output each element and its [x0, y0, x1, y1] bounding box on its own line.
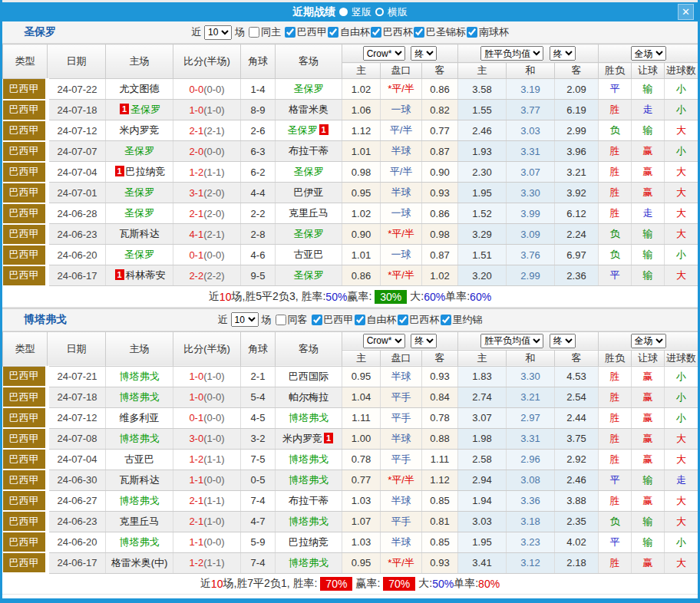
competition-filter[interactable]: 巴西杯 [397, 313, 440, 327]
avg-odds-select[interactable]: 胜平负均值 [480, 46, 543, 61]
summary-part: 大: [418, 577, 432, 591]
competition-filter[interactable]: 自由杯 [327, 25, 370, 39]
half-time-score: (0-0) [203, 536, 224, 548]
odds-final-select[interactable]: 终 [411, 334, 437, 348]
competition-checkbox[interactable] [285, 27, 296, 38]
goals-outcome: 大 [665, 511, 698, 532]
vertical-layout-label[interactable]: 竖版 [352, 5, 371, 19]
competition-checkbox[interactable] [467, 27, 477, 38]
match-type: 巴西甲 [3, 511, 48, 532]
competition-filter[interactable]: 巴西甲 [311, 313, 354, 327]
match-row: 巴西甲24-06-23瓦斯科达4-1(2-1)2-8圣保罗0.90*平/半0.9… [3, 224, 698, 245]
summary-part: 场,胜5平2负3, 胜率: [231, 290, 325, 304]
recent-count-select[interactable]: 10 [204, 25, 232, 40]
same-venue-filter[interactable]: 同客 [275, 313, 308, 327]
match-row: 巴西甲24-06-171科林蒂安2-2(2-2)9-5圣保罗0.86*平/半1.… [3, 265, 698, 286]
away-team: 格雷米奥 [276, 100, 342, 120]
avg-home-odds: 3.07 [458, 407, 507, 428]
summary-part: 单率: [454, 577, 478, 591]
away-team-name: 巴伊亚 [294, 186, 324, 198]
summary-part: 50% [432, 578, 454, 590]
away-team-name: 布拉干蒂 [289, 495, 329, 506]
competition-filter[interactable]: 巴西甲 [284, 25, 327, 39]
handicap-outcome: 输 [632, 224, 665, 245]
competition-checkbox[interactable] [441, 315, 451, 325]
odds-final-select[interactable]: 终 [411, 46, 437, 61]
match-type: 巴西甲 [3, 183, 48, 203]
summary-part: 场,胜7平2负1, 胜率: [223, 577, 317, 591]
full-time-score: 3-1 [189, 187, 203, 199]
col-date: 日期 [48, 331, 106, 366]
close-button[interactable]: ✕ [678, 4, 694, 20]
home-team: 圣保罗 [106, 141, 173, 162]
result-outcome: 平 [599, 265, 632, 286]
goals-outcome: 大 [665, 183, 698, 203]
half-time-score: (0-0) [203, 146, 224, 157]
red-card-badge: 1 [115, 269, 124, 280]
col-away: 客场 [276, 44, 342, 79]
competition-checkbox[interactable] [328, 27, 338, 38]
competition-filter[interactable]: 里约锦 [440, 313, 483, 327]
competition-filter[interactable]: 巴西杯 [370, 25, 413, 39]
half-time-score: (1-1) [203, 495, 224, 506]
away-team: 圣保罗 [276, 162, 342, 183]
home-team: 尤文图德 [106, 79, 173, 100]
summary-part: 10 [211, 578, 223, 590]
same-venue-checkbox[interactable] [249, 27, 259, 38]
summary-part: 60% [470, 291, 491, 303]
horizontal-layout-radio[interactable] [375, 8, 384, 16]
full-time-score: 1-0 [189, 371, 203, 382]
match-type: 巴西甲 [3, 79, 48, 100]
horizontal-layout-label[interactable]: 横版 [388, 5, 408, 19]
away-odds: 0.87 [422, 245, 458, 265]
odds-company-select[interactable]: Crow* [363, 334, 405, 348]
competition-checkbox[interactable] [355, 315, 365, 325]
avg-final-select[interactable]: 终 [550, 334, 576, 348]
match-scope-select[interactable]: 全场 [631, 334, 666, 348]
vertical-layout-radio[interactable] [339, 8, 348, 16]
corner-count: 2-8 [241, 224, 276, 245]
same-venue-checkbox[interactable] [276, 315, 286, 325]
handicap-outcome: 赢 [632, 183, 665, 203]
match-scope-select[interactable]: 全场 [631, 46, 666, 61]
match-type: 巴西甲 [3, 407, 48, 428]
recent-count-select[interactable]: 10 [231, 312, 259, 327]
same-venue-filter[interactable]: 同主 [248, 25, 281, 39]
competition-filter[interactable]: 自由杯 [354, 313, 397, 327]
home-odds: 0.95 [342, 552, 381, 573]
corner-count: 4-4 [241, 183, 276, 203]
home-odds: 1.00 [342, 428, 381, 449]
near-label: 近 [218, 313, 228, 327]
half-time-score: (2-0) [203, 187, 224, 199]
home-team: 圣保罗 [106, 245, 173, 265]
corner-count: 7-5 [241, 449, 276, 470]
home-odds: 1.02 [342, 79, 381, 100]
competition-filter[interactable]: 巴圣锦标 [413, 25, 466, 39]
match-type: 巴西甲 [3, 470, 48, 490]
summary-part: 60% [424, 291, 445, 303]
competition-checkbox[interactable] [398, 315, 408, 325]
home-team-name: 博塔弗戈 [120, 495, 160, 506]
away-team-name: 圣保罗 [294, 228, 324, 239]
goals-outcome: 大 [665, 203, 698, 224]
odds-company-select[interactable]: Crow* [363, 46, 405, 61]
full-time-score: 1-2 [189, 557, 203, 568]
competition-filter[interactable]: 南球杯 [466, 25, 509, 39]
competition-checkbox[interactable] [312, 315, 322, 325]
competition-checkbox[interactable] [371, 27, 381, 38]
match-type: 巴西甲 [3, 532, 48, 552]
corner-count: 7-4 [241, 490, 276, 511]
competition-checkbox[interactable] [414, 27, 424, 38]
col-type: 类型 [3, 331, 48, 366]
avg-final-select[interactable]: 终 [550, 46, 576, 61]
avg-draw-odds: 3.30 [507, 183, 555, 203]
match-date: 24-06-23 [48, 224, 106, 245]
avg-odds-select[interactable]: 胜平负均值 [480, 334, 543, 348]
full-time-score: 0-0 [189, 84, 203, 95]
full-time-score: 1-0 [189, 104, 203, 116]
handicap-outcome: 赢 [632, 449, 665, 470]
col-handicap: 盘口 [381, 350, 422, 366]
score-cell: 0-1(0-0) [173, 407, 241, 428]
col-odds-away: 客 [422, 63, 458, 79]
handicap-outcome: 输 [632, 470, 665, 490]
